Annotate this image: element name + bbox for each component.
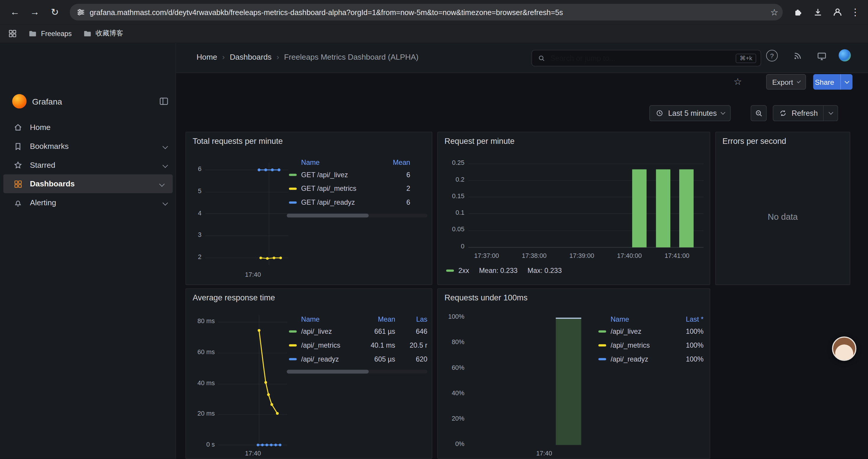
y-axis-tick: 0.05: [438, 226, 464, 232]
legend-header-name[interactable]: Name: [301, 159, 378, 167]
legend-series-name[interactable]: GET /api/_readyz: [301, 198, 378, 206]
browser-menu-icon[interactable]: ⋮: [848, 3, 863, 22]
legend-mean-value: 661 µs: [361, 327, 395, 335]
bar-chart-plot[interactable]: [468, 161, 704, 250]
legend-row[interactable]: /api/_metrics 40.1 ms 20.5 r: [289, 338, 427, 352]
legend-scrollbar[interactable]: [287, 214, 428, 218]
search-input[interactable]: [550, 54, 731, 62]
site-settings-icon[interactable]: [76, 8, 85, 17]
panel-under-100ms: Requests under 100ms 100% 80% 60% 40% 20…: [437, 288, 710, 459]
legend-header-row: Name Mean Las: [289, 314, 427, 324]
export-button-label: Export: [772, 78, 793, 86]
sidebar-item-label: Starred: [30, 160, 55, 169]
x-axis-tick: 17:37:00: [467, 252, 506, 259]
legend-series-name[interactable]: /api/_livez: [611, 327, 672, 335]
sidebar-item-bookmarks[interactable]: Bookmarks: [0, 137, 176, 156]
legend-series-name[interactable]: 2xx: [458, 267, 469, 274]
time-range-picker[interactable]: Last 5 minutes: [649, 105, 731, 121]
line-chart-plot[interactable]: [205, 163, 288, 265]
legend-header-last[interactable]: Last *: [677, 316, 704, 323]
favorite-dashboard-star-icon[interactable]: ☆: [734, 76, 742, 88]
floating-avatar[interactable]: [832, 336, 856, 361]
legend-row[interactable]: /api/_readyz 605 µs 620: [289, 352, 427, 366]
back-icon[interactable]: ←: [6, 3, 25, 22]
help-icon[interactable]: ?: [766, 50, 778, 61]
sidebar-item-starred[interactable]: Starred: [0, 156, 176, 174]
legend-row[interactable]: GET /api/_metrics 2: [289, 182, 410, 196]
apps-grid-icon[interactable]: [8, 29, 17, 38]
legend-series-name[interactable]: /api/_metrics: [301, 341, 361, 349]
legend-header-last[interactable]: Las: [401, 316, 428, 323]
panel-title[interactable]: Average response time: [193, 293, 275, 302]
share-button[interactable]: Share: [813, 74, 852, 90]
panel-title[interactable]: Total requests per minute: [193, 137, 283, 145]
legend-series-name[interactable]: GET /api/_metrics: [301, 185, 378, 192]
legend-header-name[interactable]: Name: [301, 316, 361, 323]
reload-icon[interactable]: ↻: [45, 3, 64, 22]
breadcrumb-home[interactable]: Home: [196, 53, 217, 61]
user-avatar[interactable]: [839, 49, 851, 61]
legend-row[interactable]: /api/_readyz 100%: [598, 352, 704, 366]
forward-icon[interactable]: →: [25, 3, 44, 22]
legend-series-name[interactable]: /api/_metrics: [611, 341, 672, 349]
breadcrumb-dashboards[interactable]: Dashboards: [230, 53, 272, 61]
url-input[interactable]: [90, 8, 766, 16]
chevron-down-icon: [844, 79, 849, 84]
export-button[interactable]: Export: [766, 74, 806, 90]
share-menu-toggle[interactable]: [840, 74, 852, 90]
downloads-icon[interactable]: [808, 3, 827, 22]
bookmark-star-icon[interactable]: ☆: [771, 7, 778, 18]
scrollbar-thumb[interactable]: [287, 370, 369, 374]
grafana-logo[interactable]: [12, 94, 27, 109]
profile-avatar-icon[interactable]: [828, 3, 847, 22]
y-axis-tick: 0.25: [438, 160, 464, 166]
legend-row[interactable]: GET /api/_livez 6: [289, 168, 410, 182]
legend-inline[interactable]: 2xx Mean: 0.233 Max: 0.233: [446, 267, 562, 274]
legend-mean-value: 605 µs: [361, 355, 395, 363]
legend-row[interactable]: /api/_livez 661 µs 646: [289, 324, 427, 338]
bar-100-percent[interactable]: [556, 318, 581, 445]
panel-request-per-minute: Request per minute 0.25 0.2 0.15 0.1 0.0…: [437, 132, 710, 285]
y-axis-tick: 80%: [438, 339, 464, 345]
bookmark-item-blogs[interactable]: 收藏博客: [83, 29, 123, 38]
monitor-icon[interactable]: [813, 47, 830, 64]
panel-title[interactable]: Requests under 100ms: [445, 293, 528, 302]
bookmark-item-freeleaps[interactable]: Freeleaps: [28, 29, 72, 38]
extensions-icon[interactable]: [788, 3, 807, 22]
sidebar-item-home[interactable]: Home: [0, 118, 176, 137]
series-swatch-green: [289, 330, 297, 332]
legend-scrollbar[interactable]: [287, 370, 428, 374]
legend-table: Name Mean Las /api/_livez 661 µs 646 /ap…: [289, 314, 427, 366]
panel-title[interactable]: Request per minute: [445, 137, 515, 145]
refresh-interval-toggle[interactable]: [824, 105, 838, 121]
address-bar[interactable]: ☆: [70, 4, 783, 21]
legend-series-name[interactable]: /api/_readyz: [611, 355, 672, 363]
zoom-out-button[interactable]: [751, 105, 767, 121]
chevron-down-icon: [159, 181, 165, 187]
sidebar-item-label: Home: [30, 123, 51, 132]
legend-series-name[interactable]: /api/_livez: [301, 327, 361, 335]
line-chart-plot[interactable]: [218, 316, 287, 454]
legend-header-mean[interactable]: Mean: [361, 316, 395, 323]
rss-icon[interactable]: [789, 47, 806, 64]
legend-header-mean[interactable]: Mean: [379, 159, 410, 167]
no-data-message: No data: [716, 212, 850, 222]
legend-last-value: 100%: [677, 355, 704, 363]
legend-row[interactable]: /api/_livez 100%: [598, 324, 704, 338]
scrollbar-thumb[interactable]: [287, 214, 369, 218]
sidebar-item-alerting[interactable]: Alerting: [0, 193, 176, 212]
series-swatch-blue: [289, 358, 297, 360]
legend-series-name[interactable]: /api/_readyz: [301, 355, 361, 363]
y-axis-tick: 0.2: [438, 176, 464, 183]
sidebar-item-dashboards[interactable]: Dashboards: [3, 174, 173, 193]
search-box[interactable]: ⌘+k: [531, 50, 761, 66]
legend-header-name[interactable]: Name: [611, 316, 672, 323]
legend-series-name[interactable]: GET /api/_livez: [301, 171, 378, 178]
panel-title[interactable]: Errors per second: [722, 137, 786, 145]
chevron-down-icon: [162, 143, 168, 149]
sidebar-toggle-icon[interactable]: [158, 96, 169, 109]
refresh-button[interactable]: Refresh: [773, 105, 824, 121]
panel-errors-per-second: Errors per second No data: [715, 132, 850, 285]
legend-row[interactable]: /api/_metrics 100%: [598, 338, 704, 352]
legend-row[interactable]: GET /api/_readyz 6: [289, 195, 410, 209]
